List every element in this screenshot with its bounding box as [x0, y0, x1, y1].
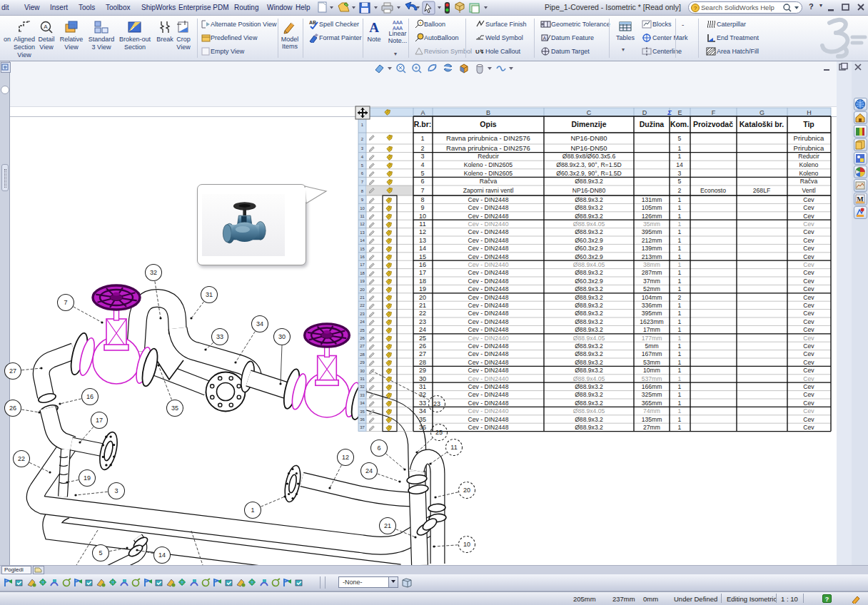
- svg-text:Dužina: Dužina: [640, 120, 665, 128]
- svg-text:Cev - DIN2448: Cev - DIN2448: [468, 326, 509, 333]
- svg-text:G: G: [760, 109, 764, 116]
- svg-text:Cev - DIN2448: Cev - DIN2448: [468, 318, 509, 325]
- svg-text:11: 11: [360, 214, 365, 218]
- svg-text:Cev - DIN2448: Cev - DIN2448: [468, 342, 509, 350]
- svg-text:Ø88.9x3.2: Ø88.9x3.2: [575, 204, 603, 211]
- svg-text:Opis: Opis: [480, 120, 496, 128]
- svg-text:Ø88.9x3.2: Ø88.9x3.2: [575, 342, 603, 350]
- svg-text:E: E: [677, 109, 682, 116]
- svg-text:325mm: 325mm: [642, 391, 662, 398]
- svg-text:30: 30: [360, 369, 365, 373]
- svg-text:22: 22: [419, 310, 426, 317]
- svg-text:Cev - DIN2448: Cev - DIN2448: [468, 302, 509, 309]
- svg-text:1: 1: [678, 220, 682, 228]
- svg-text:33: 33: [360, 393, 365, 397]
- svg-text:Cev: Cev: [803, 310, 814, 317]
- svg-text:34: 34: [419, 407, 426, 415]
- svg-text:24: 24: [419, 326, 426, 333]
- svg-text:Cev: Cev: [803, 326, 814, 333]
- svg-text:Ø60.3x2.9: Ø60.3x2.9: [575, 253, 603, 260]
- svg-text:Koleno: Koleno: [799, 161, 819, 168]
- svg-text:1: 1: [678, 285, 682, 293]
- svg-text:Cev: Cev: [803, 278, 814, 285]
- svg-text:1: 1: [678, 253, 682, 260]
- svg-text:Cev - DIN2440: Cev - DIN2440: [468, 407, 509, 415]
- svg-text:395mm: 395mm: [642, 310, 662, 317]
- svg-text:336mm: 336mm: [642, 302, 662, 309]
- svg-text:Cev: Cev: [803, 416, 814, 423]
- svg-text:Cev: Cev: [803, 302, 814, 309]
- svg-text:Cev: Cev: [803, 335, 814, 342]
- svg-text:1: 1: [678, 245, 682, 252]
- svg-text:Ø88.9x3.2: Ø88.9x3.2: [575, 302, 603, 309]
- svg-text:6: 6: [420, 178, 424, 185]
- svg-text:1: 1: [678, 196, 682, 203]
- svg-text:8: 8: [420, 196, 424, 203]
- svg-text:18: 18: [360, 271, 365, 275]
- svg-text:Cev - DIN2440: Cev - DIN2440: [468, 335, 509, 342]
- svg-text:13: 13: [419, 237, 426, 244]
- svg-text:17: 17: [419, 269, 426, 276]
- svg-text:3: 3: [678, 170, 682, 177]
- svg-text:Zaporni ravni ventl: Zaporni ravni ventl: [463, 187, 514, 194]
- svg-text:Σ: Σ: [667, 108, 672, 116]
- svg-text:16: 16: [419, 261, 426, 268]
- svg-text:1: 1: [678, 145, 682, 152]
- svg-text:Ø88.9x4.05: Ø88.9x4.05: [573, 335, 605, 342]
- svg-text:C: C: [587, 109, 592, 116]
- svg-text:Cev: Cev: [803, 213, 814, 220]
- svg-text:Cev - DIN2448: Cev - DIN2448: [468, 367, 509, 374]
- svg-text:5mm: 5mm: [645, 342, 658, 350]
- svg-text:Kataloški br.: Kataloški br.: [740, 120, 784, 128]
- svg-text:21: 21: [419, 302, 426, 309]
- svg-text:Račva: Račva: [480, 178, 498, 185]
- svg-text:12: 12: [360, 222, 365, 226]
- svg-text:25: 25: [419, 335, 426, 342]
- svg-text:Ø88.9x3.2: Ø88.9x3.2: [575, 350, 603, 357]
- svg-text:Ø88.9x3.2: Ø88.9x3.2: [575, 416, 603, 423]
- svg-text:Cev: Cev: [803, 375, 814, 382]
- svg-text:213mm: 213mm: [642, 253, 662, 260]
- svg-text:F: F: [712, 109, 716, 116]
- svg-text:2: 2: [678, 187, 682, 194]
- svg-text:104mm: 104mm: [642, 294, 662, 301]
- svg-text:Koleno - DIN2605: Koleno - DIN2605: [464, 161, 513, 168]
- svg-text:1: 1: [678, 213, 682, 220]
- svg-text:Cev: Cev: [803, 253, 814, 260]
- svg-text:1: 1: [678, 391, 682, 398]
- svg-text:Kom.: Kom.: [670, 120, 689, 128]
- svg-text:Proizvodač: Proizvodač: [693, 120, 733, 128]
- svg-text:Cev: Cev: [803, 204, 814, 211]
- svg-text:Cev: Cev: [803, 407, 814, 415]
- svg-text:Cev - DIN2448: Cev - DIN2448: [468, 253, 509, 260]
- svg-text:10: 10: [360, 206, 365, 210]
- svg-text:10mm: 10mm: [643, 367, 660, 374]
- svg-text:537mm: 537mm: [642, 375, 662, 382]
- svg-text:Cev - DIN2440: Cev - DIN2440: [468, 220, 509, 228]
- svg-text:Econosto: Econosto: [700, 187, 726, 194]
- svg-text:2: 2: [678, 294, 682, 301]
- svg-text:167mm: 167mm: [642, 350, 662, 357]
- svg-text:Cev: Cev: [803, 196, 814, 203]
- svg-text:Cev: Cev: [803, 285, 814, 293]
- svg-text:32: 32: [360, 385, 365, 389]
- svg-text:1: 1: [678, 367, 682, 374]
- svg-text:1: 1: [678, 278, 682, 285]
- svg-text:Cev: Cev: [803, 367, 814, 374]
- svg-text:Ø88.9x3.2: Ø88.9x3.2: [575, 213, 603, 220]
- svg-text:14: 14: [419, 245, 426, 252]
- svg-text:Ravna prirubnica - DIN2576: Ravna prirubnica - DIN2576: [446, 144, 530, 152]
- svg-text:27: 27: [360, 344, 365, 348]
- svg-text:Koleno - DIN2605: Koleno - DIN2605: [464, 170, 513, 177]
- svg-text:20: 20: [419, 294, 426, 301]
- svg-text:NP16-DN50: NP16-DN50: [570, 144, 607, 152]
- svg-text:1: 1: [678, 261, 682, 268]
- svg-text:1: 1: [678, 228, 682, 235]
- svg-text:Prirubnica: Prirubnica: [794, 134, 824, 142]
- svg-text:5: 5: [420, 170, 424, 177]
- svg-text:Cev - DIN2448: Cev - DIN2448: [468, 310, 509, 317]
- svg-text:Ø88.9x4.05: Ø88.9x4.05: [573, 407, 605, 415]
- svg-text:Tip: Tip: [803, 120, 814, 128]
- svg-text:395mm: 395mm: [642, 228, 662, 235]
- svg-text:Cev: Cev: [803, 342, 814, 350]
